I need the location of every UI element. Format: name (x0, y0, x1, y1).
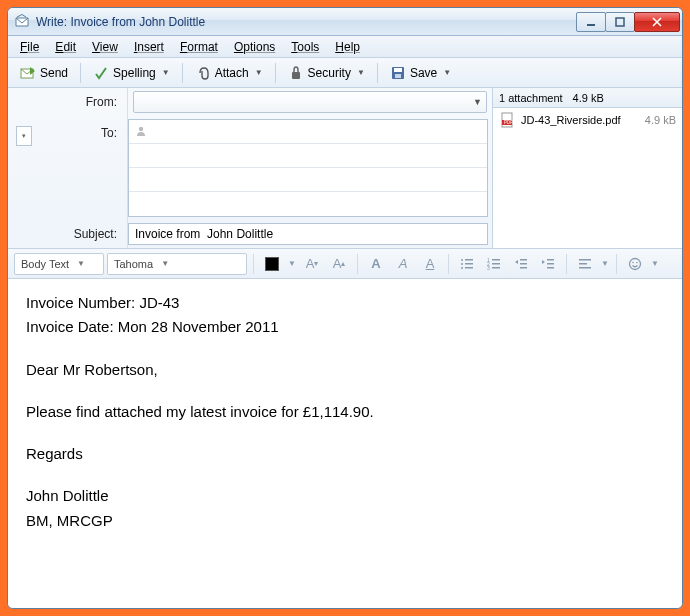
to-label: To: (101, 122, 117, 140)
text-color-dropdown[interactable]: ▼ (287, 253, 297, 275)
menu-tools[interactable]: Tools (283, 38, 327, 56)
align-dropdown[interactable]: ▼ (600, 253, 610, 275)
attachment-size: 4.9 kB (645, 114, 676, 126)
from-label: From: (8, 88, 128, 116)
svg-rect-3 (292, 72, 300, 79)
to-field[interactable] (128, 119, 488, 217)
menu-file[interactable]: File (12, 38, 47, 56)
italic-button[interactable]: A (391, 253, 415, 275)
chevron-down-icon: ▼ (473, 97, 482, 107)
svg-rect-12 (465, 259, 473, 261)
menu-insert[interactable]: Insert (126, 38, 172, 56)
font-dropdown[interactable]: Tahoma ▼ (107, 253, 247, 275)
separator (253, 254, 254, 274)
body-line: Regards (26, 444, 664, 464)
body-line: BM, MRCGP (26, 511, 664, 531)
format-toolbar: Body Text ▼ Tahoma ▼ ▼ A▾ A▴ A A A 123 ▼… (8, 249, 682, 279)
svg-text:PDF: PDF (504, 120, 513, 125)
subject-input[interactable] (128, 223, 488, 245)
separator (80, 63, 81, 83)
header-area: From: ▼ ▾ To: Subject: (8, 88, 682, 249)
separator (275, 63, 276, 83)
paragraph-style-value: Body Text (21, 258, 69, 270)
security-button[interactable]: Security ▼ (280, 61, 373, 85)
send-button[interactable]: Send (12, 61, 76, 85)
emoji-button[interactable] (623, 253, 647, 275)
font-value: Tahoma (114, 258, 153, 270)
body-line: John Dolittle (26, 486, 664, 506)
separator (566, 254, 567, 274)
body-line: Please find attached my latest invoice f… (26, 402, 664, 422)
compose-fields: From: ▼ ▾ To: Subject: (8, 88, 492, 248)
menu-format[interactable]: Format (172, 38, 226, 56)
font-size-increase-button[interactable]: A▴ (327, 253, 351, 275)
from-dropdown[interactable]: ▼ (133, 91, 487, 113)
minimize-button[interactable] (576, 12, 606, 32)
underline-button[interactable]: A (418, 253, 442, 275)
subject-field-wrap (128, 220, 492, 248)
font-size-decrease-button[interactable]: A▾ (300, 253, 324, 275)
attach-label: Attach (215, 66, 249, 80)
maximize-button[interactable] (605, 12, 635, 32)
bold-button[interactable]: A (364, 253, 388, 275)
chevron-down-icon: ▼ (357, 68, 365, 77)
lock-icon (288, 65, 304, 81)
numbered-list-button[interactable]: 123 (482, 253, 506, 275)
to-label-cell: ▾ To: (8, 116, 128, 220)
align-button[interactable] (573, 253, 597, 275)
svg-rect-20 (492, 263, 500, 265)
from-field: ▼ (128, 88, 492, 116)
subject-label: Subject: (8, 220, 128, 248)
menu-options[interactable]: Options (226, 38, 283, 56)
svg-rect-23 (520, 259, 527, 261)
svg-rect-30 (579, 263, 587, 265)
recipient-type-dropdown[interactable]: ▾ (16, 126, 32, 146)
svg-point-11 (461, 259, 463, 261)
bullet-list-button[interactable] (455, 253, 479, 275)
svg-rect-0 (587, 24, 595, 26)
separator (182, 63, 183, 83)
send-icon (20, 65, 36, 81)
recipient-row[interactable] (129, 120, 487, 144)
send-label: Send (40, 66, 68, 80)
close-button[interactable] (634, 12, 680, 32)
svg-rect-16 (465, 267, 473, 269)
attach-button[interactable]: Attach ▼ (187, 61, 271, 85)
recipient-row[interactable] (129, 144, 487, 168)
menu-edit[interactable]: Edit (47, 38, 84, 56)
chevron-down-icon: ▼ (443, 68, 451, 77)
recipient-row[interactable] (129, 168, 487, 192)
attachment-item[interactable]: PDF JD-43_Riverside.pdf 4.9 kB (493, 108, 682, 132)
message-body[interactable]: Invoice Number: JD-43 Invoice Date: Mon … (8, 279, 682, 608)
attachments-header: 1 attachment 4.9 kB (493, 88, 682, 108)
chevron-down-icon: ▼ (77, 259, 85, 268)
svg-point-7 (139, 126, 143, 130)
svg-rect-22 (492, 267, 500, 269)
emoji-dropdown[interactable]: ▼ (650, 253, 660, 275)
svg-point-15 (461, 267, 463, 269)
save-button[interactable]: Save ▼ (382, 61, 459, 85)
svg-rect-6 (395, 74, 401, 78)
text-color-button[interactable] (260, 253, 284, 275)
chevron-down-icon: ▼ (161, 259, 169, 268)
svg-point-33 (632, 261, 634, 263)
security-label: Security (308, 66, 351, 80)
svg-rect-26 (547, 259, 554, 261)
svg-rect-29 (579, 259, 591, 261)
indent-button[interactable] (536, 253, 560, 275)
attachments-count: 1 attachment (499, 92, 563, 104)
attachments-total-size: 4.9 kB (573, 92, 604, 104)
attach-icon (195, 65, 211, 81)
spelling-label: Spelling (113, 66, 156, 80)
outdent-button[interactable] (509, 253, 533, 275)
menu-help[interactable]: Help (327, 38, 368, 56)
svg-text:3: 3 (487, 265, 490, 271)
separator (448, 254, 449, 274)
paragraph-style-dropdown[interactable]: Body Text ▼ (14, 253, 104, 275)
spelling-button[interactable]: Spelling ▼ (85, 61, 178, 85)
spelling-icon (93, 65, 109, 81)
recipient-row[interactable] (129, 192, 487, 216)
menu-view[interactable]: View (84, 38, 126, 56)
chevron-down-icon: ▼ (162, 68, 170, 77)
svg-point-34 (636, 261, 638, 263)
